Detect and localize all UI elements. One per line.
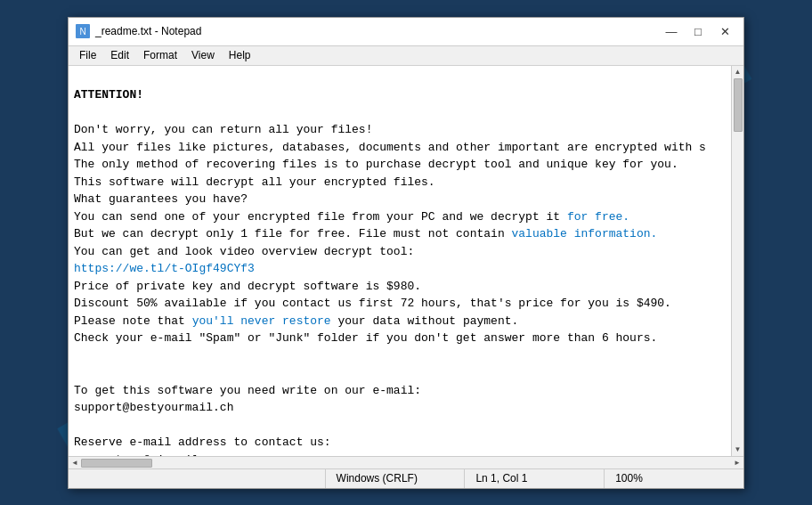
status-zoom: 100% <box>605 469 743 488</box>
status-bar: Windows (CRLF) Ln 1, Col 1 100% <box>69 468 743 488</box>
window-controls: — □ ✕ <box>660 22 736 40</box>
status-empty <box>69 469 326 488</box>
menu-bar: File Edit Format View Help <box>69 46 743 66</box>
attention-text: ATTENTION! <box>74 88 143 102</box>
url-text: https://we.tl/t-OIgf49CYf3 <box>74 262 255 275</box>
vertical-scrollbar[interactable]: ▲ ▼ <box>731 66 743 456</box>
scroll-track-h[interactable] <box>81 457 731 468</box>
close-button[interactable]: ✕ <box>713 22 736 40</box>
restore-text: you'll never restore <box>192 314 331 328</box>
scroll-thumb-v[interactable] <box>734 78 743 132</box>
menu-edit[interactable]: Edit <box>103 47 136 63</box>
scroll-right-arrow[interactable]: ► <box>731 456 743 468</box>
notepad-window: N _readme.txt - Notepad — □ ✕ File Edit … <box>68 17 744 489</box>
status-encoding: Windows (CRLF) <box>326 469 466 488</box>
scroll-down-arrow[interactable]: ▼ <box>732 444 744 456</box>
status-position: Ln 1, Col 1 <box>465 469 605 488</box>
text-area-container: ATTENTION! Don't worry, you can return a… <box>69 66 743 456</box>
minimize-button[interactable]: — <box>660 22 683 40</box>
window-title: _readme.txt - Notepad <box>95 25 660 37</box>
horizontal-scrollbar[interactable]: ◄ ► <box>69 456 743 468</box>
scroll-track-v[interactable] <box>732 78 743 444</box>
free-text-1: for free. <box>567 210 629 224</box>
menu-file[interactable]: File <box>72 47 103 63</box>
valuable-text: valuable information. <box>511 227 657 240</box>
app-icon: N <box>76 24 90 38</box>
menu-view[interactable]: View <box>184 47 222 63</box>
bottom-area: ◄ ► Windows (CRLF) Ln 1, Col 1 100% <box>69 456 743 488</box>
scroll-up-arrow[interactable]: ▲ <box>732 66 744 78</box>
menu-help[interactable]: Help <box>222 47 258 63</box>
text-content[interactable]: ATTENTION! Don't worry, you can return a… <box>69 66 731 456</box>
scroll-thumb-h[interactable] <box>81 459 152 468</box>
menu-format[interactable]: Format <box>136 47 184 63</box>
title-bar: N _readme.txt - Notepad — □ ✕ <box>69 18 743 46</box>
maximize-button[interactable]: □ <box>686 22 710 40</box>
scroll-left-arrow[interactable]: ◄ <box>69 456 81 468</box>
